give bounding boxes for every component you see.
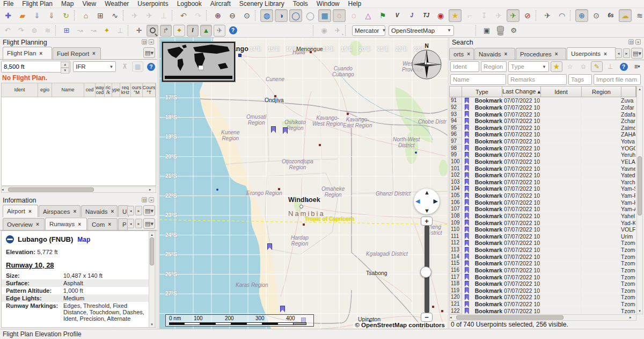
table-row[interactable]: 109Bookmark07/07/2022 10…Yad-K — [450, 219, 636, 226]
show-pins-icon[interactable]: ↧ — [478, 9, 491, 22]
menu-scenery-library[interactable]: Scenery Library — [235, 0, 289, 8]
scroll-right-icon[interactable]: ▸ — [149, 187, 156, 192]
table-row[interactable]: 97Bookmark07/07/2022 10…Yotva — [450, 138, 636, 145]
highlight-icon[interactable]: ✎ — [591, 61, 603, 72]
userpoint-table[interactable]: 91Bookmark07/07/2022 10…Zuva92Bookmark07… — [449, 97, 636, 314]
type-filter-combo[interactable]: Type ▼ — [508, 61, 549, 72]
tab-close-icon[interactable]: × — [74, 208, 77, 214]
show-restricted-icon[interactable]: ◌ — [347, 9, 360, 22]
help-icon[interactable]: ? — [618, 61, 630, 72]
edit-plan-icon[interactable]: ↝ — [87, 25, 99, 37]
add-position-icon[interactable]: ⊞ — [61, 25, 72, 37]
table-row[interactable]: 105Bookmark07/07/2022 10…Yam-R — [450, 192, 636, 199]
tab-fuel-report[interactable]: Fuel Report× — [53, 47, 101, 59]
tab-procedures[interactable]: Procedures× — [516, 48, 566, 60]
subtab-com[interactable]: Com× — [87, 218, 118, 230]
show-terrain-toggle-icon[interactable]: ▲ — [200, 25, 212, 37]
column-way[interactable]: wayced — [96, 83, 105, 97]
show-vordme-icon[interactable]: ◑ — [275, 9, 288, 22]
show-userpoints-icon[interactable]: ★ — [449, 9, 462, 22]
tab-close-icon[interactable]: × — [28, 208, 32, 214]
compass-rose-icon[interactable]: ◉ — [318, 25, 330, 37]
tab-navaids[interactable]: Navaids× — [474, 48, 515, 60]
table-row[interactable]: 118Bookmark07/07/2022 10…Tzome — [450, 280, 636, 287]
tab-scroll-right-icon[interactable]: ▸ — [135, 219, 142, 228]
tab-close-icon[interactable]: × — [108, 221, 111, 227]
show-prohibited-icon[interactable]: ⊘ — [521, 9, 534, 22]
zoom-out-icon[interactable]: ⊖ — [226, 9, 239, 22]
pan-right-icon[interactable]: ▶ — [434, 198, 438, 205]
menu-help[interactable]: Help — [344, 0, 366, 8]
center-aircraft-icon[interactable]: ✈ — [128, 9, 141, 22]
search-hscrollbar[interactable]: ◂ ▸ — [449, 314, 636, 321]
show-mora-icon[interactable]: △ — [362, 9, 375, 22]
cruise-altitude-input[interactable] — [2, 61, 62, 72]
zoom-slider-handle[interactable] — [420, 266, 431, 278]
table-row[interactable]: 115Bookmark07/07/2022 10…Tzome — [450, 260, 636, 267]
tab-list-icon[interactable]: ▤▾ — [143, 47, 155, 58]
table-row[interactable]: 119Bookmark07/07/2022 10…Tzome — [450, 287, 636, 294]
scroll-left-icon[interactable]: ◂ — [450, 315, 456, 320]
tab-scroll-right-icon[interactable]: ▸ — [135, 206, 142, 215]
scrollbar-thumb[interactable] — [150, 237, 154, 265]
tab-list-icon[interactable]: ▤▾ — [631, 48, 643, 59]
tab-close-icon[interactable]: × — [78, 221, 81, 227]
tab-close-icon[interactable]: × — [604, 51, 607, 57]
table-row[interactable]: 96Bookmark07/07/2022 10…ZAHA — [450, 131, 636, 138]
show-online-aircraft-icon[interactable]: ✈ — [507, 9, 519, 22]
float-icon[interactable]: ⊡ — [628, 39, 634, 45]
close-icon[interactable]: × — [149, 39, 154, 45]
show-ndb-labels-icon[interactable]: J — [405, 9, 418, 22]
tab-orts[interactable]: orts× — [449, 48, 474, 60]
menu-logbook[interactable]: Logbook — [173, 0, 206, 8]
tab-close-icon[interactable]: × — [111, 208, 114, 214]
approach-icon[interactable]: ⊥ — [604, 61, 616, 72]
show-fir-icon[interactable]: ◠ — [555, 9, 568, 22]
map-style-combo[interactable]: OpenStreetMap▼ — [389, 25, 454, 36]
menu-map[interactable]: Map — [57, 0, 78, 8]
show-route-icon[interactable]: ⌐ — [463, 9, 476, 22]
table-row[interactable]: 95Bookmark07/07/2022 10…Zalmo — [450, 125, 636, 132]
show-minimums-icon[interactable]: ≋▾ — [633, 9, 644, 22]
scroll-left-icon[interactable]: ◂ — [2, 187, 8, 192]
map-overview-toggle-icon[interactable] — [147, 25, 158, 37]
table-row[interactable]: 108Bookmark07/07/2022 10…Yahel — [450, 213, 636, 220]
database-icon[interactable] — [494, 25, 506, 37]
show-ndb-icon[interactable]: ◯ — [289, 9, 302, 22]
pan-down-icon[interactable]: ▼ — [424, 207, 430, 214]
add-userpoint-icon[interactable]: ★ — [551, 61, 562, 72]
wind-levels-icon[interactable]: ≋ — [42, 25, 54, 37]
table-row[interactable]: 93Bookmark07/07/2022 10…Zdafa — [450, 111, 636, 118]
flight-plan-hscrollbar[interactable]: ◂ ▸ — [1, 186, 156, 193]
menu-tools[interactable]: Tools — [289, 0, 312, 8]
new-flight-plan-icon[interactable]: ✚ — [2, 9, 14, 22]
show-city-icon[interactable]: ⊙ — [590, 9, 603, 22]
show-procedures-toggle-icon[interactable]: ✦ — [173, 25, 185, 37]
show-waypoint-labels-icon[interactable]: TJ — [420, 9, 433, 22]
append-position-icon[interactable]: ↝ — [74, 25, 86, 37]
table-row[interactable]: 121Bookmark07/07/2022 10…Tzome — [450, 301, 636, 308]
screenshot-icon[interactable]: ▣ — [481, 25, 493, 37]
column-req[interactable]: reqkHz — [120, 83, 131, 97]
close-icon[interactable]: × — [149, 197, 154, 203]
tab-airspaces[interactable]: Airspaces× — [39, 205, 80, 217]
tab-flight-plan[interactable]: Flight Plan× — [3, 47, 52, 59]
map-back-icon[interactable]: ↶ — [177, 9, 190, 22]
overview-inset-map[interactable] — [162, 42, 235, 82]
show-approach-icon[interactable]: ⊥ — [157, 9, 170, 22]
import-file-filter-input[interactable] — [594, 74, 641, 85]
flight-rules-combo[interactable]: IFR ▼ — [73, 61, 116, 72]
show-grid-icon[interactable]: ⊕ — [575, 9, 588, 22]
scroll-up-icon[interactable]: ▴ — [639, 86, 641, 92]
column-ric[interactable]: ric/k — [105, 83, 112, 97]
column-cours[interactable]: Cours°T — [143, 83, 156, 97]
show-waypoints-icon[interactable]: ◯ — [304, 9, 317, 22]
column-name[interactable]: Name — [52, 83, 84, 97]
subtab-p[interactable]: P× — [118, 218, 128, 230]
subtab-overview[interactable]: Overview× — [3, 218, 45, 230]
undo-icon[interactable]: ↶ — [2, 25, 13, 37]
tab-close-icon[interactable]: × — [36, 221, 39, 227]
table-row[interactable]: 91Bookmark07/07/2022 10…Zuva — [450, 97, 636, 104]
tab-navaids[interactable]: Navaids× — [81, 205, 118, 217]
close-icon[interactable]: × — [635, 39, 641, 45]
